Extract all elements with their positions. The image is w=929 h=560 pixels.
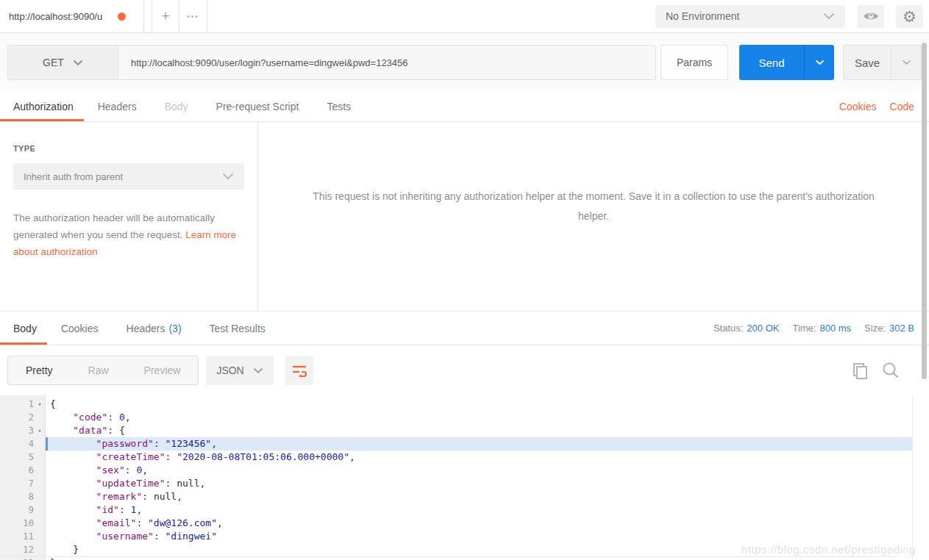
request-tab[interactable]: http://localhost:9090/u bbox=[0, 0, 144, 32]
code-line: 8"remark": null, bbox=[0, 490, 912, 503]
auth-help-plain: The authorization header will be automat… bbox=[13, 212, 215, 240]
plus-icon: + bbox=[161, 8, 169, 24]
tab-headers-label: Headers bbox=[98, 101, 137, 112]
fold-spacer bbox=[34, 450, 46, 464]
time-pair: Time: 800 ms bbox=[792, 323, 851, 334]
format-dropdown[interactable]: JSON bbox=[206, 356, 273, 385]
tab-authorization[interactable]: Authorization bbox=[0, 92, 84, 121]
fold-spacer bbox=[34, 530, 46, 543]
scrollbar-thumb[interactable] bbox=[922, 43, 927, 379]
fold-toggle-icon[interactable]: ▾ bbox=[34, 398, 46, 411]
auth-type-label: TYPE bbox=[13, 144, 244, 153]
ellipsis-icon: ••• bbox=[187, 12, 199, 21]
url-input[interactable]: http://localhost:9090/user/login?usernam… bbox=[118, 46, 655, 79]
request-bar: GET http://localhost:9090/user/login?use… bbox=[0, 33, 929, 92]
environment-value: No Environment bbox=[666, 10, 739, 22]
response-tab-body[interactable]: Body bbox=[0, 312, 47, 345]
editor-bottom-border bbox=[0, 556, 896, 557]
time-label: Time: bbox=[792, 323, 816, 334]
header-right-controls: No Environment ⚙ bbox=[655, 0, 929, 32]
params-button[interactable]: Params bbox=[661, 45, 728, 80]
copy-icon[interactable] bbox=[851, 361, 869, 380]
pretty-label: Pretty bbox=[26, 365, 53, 376]
size-pair: Size: 302 B bbox=[864, 323, 914, 334]
wrap-text-button[interactable] bbox=[285, 356, 313, 385]
chevron-down-icon bbox=[222, 173, 234, 180]
response-header: Body Cookies Headers(3) Test Results Sta… bbox=[0, 312, 929, 345]
environment-selector[interactable]: No Environment bbox=[655, 5, 845, 28]
gear-icon: ⚙ bbox=[903, 9, 916, 24]
time-value[interactable]: 800 ms bbox=[819, 323, 851, 334]
code-line-content: "username": "dingwei" bbox=[46, 530, 912, 543]
response-tab-headers-label: Headers bbox=[127, 323, 165, 334]
fold-spacer bbox=[34, 503, 46, 517]
preview-button[interactable]: Preview bbox=[127, 356, 199, 384]
response-meta: Status: 200 OK Time: 800 ms Size: 302 B bbox=[713, 312, 929, 345]
tab-pre-request-script[interactable]: Pre-request Script bbox=[202, 92, 313, 121]
line-number: 9 bbox=[0, 503, 34, 517]
status-value[interactable]: 200 OK bbox=[747, 323, 779, 334]
send-button-group: Send bbox=[739, 45, 834, 80]
code-line-content: "sex": 0, bbox=[46, 464, 912, 477]
watermark-text: https://blog.csdn.net/prestigeding bbox=[741, 543, 916, 556]
send-label: Send bbox=[758, 57, 784, 69]
fold-spacer bbox=[34, 464, 46, 477]
format-value: JSON bbox=[216, 365, 243, 376]
save-button[interactable]: Save bbox=[844, 46, 891, 79]
auth-type-value: Inherit auth from parent bbox=[24, 171, 123, 182]
search-icon[interactable] bbox=[881, 361, 900, 380]
authorization-panel: TYPE Inherit auth from parent The author… bbox=[0, 122, 929, 312]
code-line-content: "updateTime": null, bbox=[46, 477, 912, 490]
code-line-content: "id": 1, bbox=[46, 503, 912, 517]
preview-label: Preview bbox=[144, 365, 181, 376]
code-line-content: "data": { bbox=[46, 424, 912, 437]
environment-quicklook-button[interactable] bbox=[857, 5, 884, 28]
fold-spacer bbox=[34, 477, 46, 490]
tab-tests[interactable]: Tests bbox=[313, 92, 365, 121]
size-value[interactable]: 302 B bbox=[889, 323, 914, 334]
request-editor-tabs: Authorization Headers Body Pre-request S… bbox=[0, 92, 929, 122]
response-tab-test-results[interactable]: Test Results bbox=[196, 312, 280, 345]
cookies-link[interactable]: Cookies bbox=[839, 101, 877, 112]
tab-body-label: Body bbox=[165, 101, 188, 112]
fold-toggle-icon[interactable]: ▾ bbox=[34, 424, 46, 437]
tab-body: Body bbox=[151, 92, 202, 121]
tab-headers[interactable]: Headers bbox=[84, 92, 151, 121]
code-lines: 1▾{2"code": 0,3▾"data": {4"password": "1… bbox=[0, 395, 912, 560]
code-editor[interactable]: 1▾{2"code": 0,3▾"data": {4"password": "1… bbox=[0, 395, 913, 560]
chevron-down-icon bbox=[815, 60, 825, 65]
line-number: 7 bbox=[0, 477, 34, 490]
method-dropdown[interactable]: GET bbox=[8, 46, 118, 79]
auth-type-dropdown[interactable]: Inherit auth from parent bbox=[13, 163, 244, 190]
chevron-down-icon bbox=[902, 60, 911, 65]
response-tab-headers[interactable]: Headers(3) bbox=[113, 312, 196, 345]
response-tab-cookies-label: Cookies bbox=[61, 323, 99, 334]
eye-icon bbox=[863, 11, 879, 21]
line-number: 5 bbox=[0, 450, 34, 464]
tab-options-button[interactable]: ••• bbox=[179, 0, 207, 32]
raw-button[interactable]: Raw bbox=[71, 356, 127, 384]
settings-button[interactable]: ⚙ bbox=[896, 5, 923, 28]
raw-label: Raw bbox=[88, 365, 109, 376]
chevron-down-icon bbox=[73, 60, 83, 66]
line-number: 8 bbox=[0, 490, 34, 503]
code-line: 9"id": 1, bbox=[0, 503, 912, 517]
code-line: 4"password": "123456", bbox=[0, 437, 912, 450]
code-link[interactable]: Code bbox=[890, 101, 914, 112]
tab-pre-request-script-label: Pre-request Script bbox=[216, 101, 299, 112]
send-options-button[interactable] bbox=[804, 45, 834, 80]
fold-spacer bbox=[34, 411, 46, 424]
code-line-content: "remark": null, bbox=[46, 490, 912, 503]
pretty-button[interactable]: Pretty bbox=[8, 356, 71, 384]
new-tab-button[interactable]: + bbox=[152, 0, 179, 32]
status-pair: Status: 200 OK bbox=[713, 323, 780, 334]
chevron-down-icon bbox=[253, 367, 263, 374]
line-number: 6 bbox=[0, 464, 34, 477]
method-url-control: GET http://localhost:9090/user/login?use… bbox=[7, 45, 656, 80]
send-button[interactable]: Send bbox=[739, 45, 804, 80]
code-line-content: "createTime": "2020-08-08T01:05:06.000+0… bbox=[46, 450, 912, 464]
url-value: http://localhost:9090/user/login?usernam… bbox=[131, 57, 408, 68]
response-tab-cookies[interactable]: Cookies bbox=[47, 312, 113, 345]
params-label: Params bbox=[677, 57, 712, 68]
save-options-button[interactable] bbox=[891, 46, 921, 79]
